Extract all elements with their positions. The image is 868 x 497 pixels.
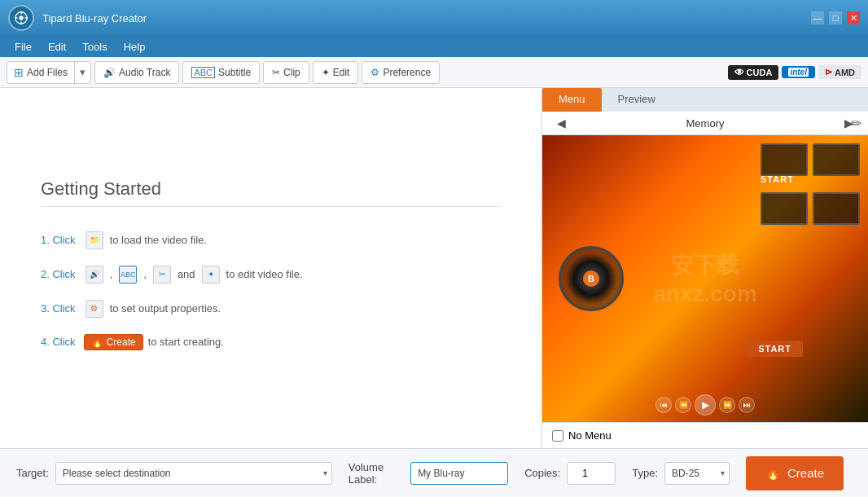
subtitle-label: Subtitle xyxy=(218,67,251,78)
clip-button[interactable]: ✂ Clip xyxy=(263,61,309,84)
settings-icon: ⚙ xyxy=(85,300,103,318)
getting-started-title: Getting Started xyxy=(41,178,501,207)
tab-menu[interactable]: Menu xyxy=(542,88,602,112)
scissors-icon: ✂ xyxy=(153,266,171,284)
watermark: 安下载anxz.com xyxy=(653,250,757,307)
clip-icon: ✂ xyxy=(272,67,280,78)
menu-edit[interactable]: Edit xyxy=(40,39,74,55)
subtitle-button[interactable]: ABC Subtitle xyxy=(182,61,260,84)
amd-icon: ⊳ xyxy=(825,67,832,77)
sparkle-icon: ✦ xyxy=(202,266,220,284)
audio-track-button[interactable]: 🔊 Audio Track xyxy=(94,61,179,84)
create-fire-icon: 🔥 xyxy=(765,466,781,481)
menu-file[interactable]: File xyxy=(7,39,40,55)
minimize-button[interactable]: — xyxy=(811,11,824,24)
step-3-text: to set output properties. xyxy=(110,302,221,314)
close-button[interactable]: ✕ xyxy=(847,11,860,24)
right-panel: Menu Preview ◀ Memory ▶ ✏ START xyxy=(542,88,868,448)
step-4-text: to start creating. xyxy=(148,336,224,348)
step-2: 2. Click 🔊 , ABC , ✂ and ✦ to edit video… xyxy=(41,266,501,284)
step-4-num: 4. Click xyxy=(41,336,76,348)
menu-tools[interactable]: Tools xyxy=(74,39,115,55)
preview-image: START B START ⏮ ⏪ ▶ xyxy=(542,135,868,422)
app-logo xyxy=(8,5,34,31)
type-label: Type: xyxy=(632,467,658,479)
cuda-icon: 👁 xyxy=(734,67,744,78)
create-inline-btn: 🔥 Create xyxy=(84,334,143,350)
step-2-num: 2. Click xyxy=(41,268,76,280)
no-menu-checkbox[interactable] xyxy=(552,430,563,442)
preference-button[interactable]: ⚙ Preference xyxy=(362,61,440,84)
add-files-dropdown[interactable]: ▾ xyxy=(75,62,90,83)
memory-nav: ◀ Memory ▶ ✏ xyxy=(542,112,868,135)
add-files-main[interactable]: ⊞ Add Files xyxy=(7,62,75,83)
amd-badge: ⊳ AMD xyxy=(818,65,861,79)
app-title: Tipard Blu-ray Creator xyxy=(42,12,811,24)
tab-preview[interactable]: Preview xyxy=(602,88,672,112)
audio-track-label: Audio Track xyxy=(119,67,170,78)
rewind-btn[interactable]: ⏪ xyxy=(675,397,691,413)
fire-icon: 🔥 xyxy=(91,336,103,348)
add-files-label: Add Files xyxy=(27,67,68,78)
edit-button[interactable]: ✦ Edit xyxy=(313,61,359,84)
toolbar: ⊞ Add Files ▾ 🔊 Audio Track ABC Subtitle… xyxy=(0,57,868,88)
cuda-badge: 👁 CUDA xyxy=(728,65,779,80)
main-content: Getting Started 1. Click 📁 to load the v… xyxy=(0,88,868,448)
volume-field: Volume Label: xyxy=(349,461,508,486)
step-1: 1. Click 📁 to load the video file. xyxy=(41,231,501,249)
window-controls: — □ ✕ xyxy=(811,11,860,24)
type-select-wrapper: BD-25 BD-50 ▾ xyxy=(664,462,730,485)
maximize-button[interactable]: □ xyxy=(829,11,842,24)
type-select[interactable]: BD-25 BD-50 xyxy=(664,462,730,485)
intel-badge: intel intel xyxy=(782,66,815,78)
tabs: Menu Preview xyxy=(542,88,868,112)
edit-label: Edit xyxy=(333,67,350,78)
intel-icon: intel xyxy=(788,68,809,77)
load-file-icon: 📁 xyxy=(85,231,103,249)
abc-icon: ABC xyxy=(119,266,137,284)
target-field: Target: Please select destination ▾ xyxy=(16,462,332,485)
subtitle-icon: ABC xyxy=(191,67,215,78)
audio-icon: 🔊 xyxy=(85,266,103,284)
volume-input[interactable] xyxy=(410,462,508,485)
step-3-num: 3. Click xyxy=(41,302,76,314)
bottom-bar: Target: Please select destination ▾ Volu… xyxy=(0,448,868,497)
playback-controls: ⏮ ⏪ ▶ ⏩ ⏭ xyxy=(655,394,755,416)
volume-label: Volume Label: xyxy=(349,461,404,486)
step-2-and: and xyxy=(178,268,195,280)
no-menu-area: No Menu xyxy=(542,422,868,448)
skip-forward-btn[interactable]: ⏭ xyxy=(739,397,755,413)
preview-area: START B START ⏮ ⏪ ▶ xyxy=(542,135,868,422)
getting-started-panel: Getting Started 1. Click 📁 to load the v… xyxy=(0,88,542,448)
target-select-wrapper: Please select destination ▾ xyxy=(55,462,332,485)
clip-label: Clip xyxy=(283,67,300,78)
step-2-text: to edit video file. xyxy=(226,268,303,280)
no-menu-label: No Menu xyxy=(568,429,612,442)
skip-back-btn[interactable]: ⏮ xyxy=(655,397,672,413)
audio-track-icon: 🔊 xyxy=(103,67,116,78)
play-btn[interactable]: ▶ xyxy=(695,394,716,416)
fast-forward-btn[interactable]: ⏩ xyxy=(719,397,735,413)
menu-help[interactable]: Help xyxy=(116,39,154,55)
step-4: 4. Click 🔥 Create to start creating. xyxy=(41,334,501,350)
step-1-text: to load the video file. xyxy=(110,234,207,246)
edit-menu-button[interactable]: ✏ xyxy=(851,116,861,131)
step-3: 3. Click ⚙ to set output properties. xyxy=(41,300,501,318)
edit-icon: ✦ xyxy=(322,67,330,78)
copies-field: Copies: xyxy=(524,462,616,485)
type-field: Type: BD-25 BD-50 ▾ xyxy=(632,462,730,485)
step-1-num: 1. Click xyxy=(41,234,76,246)
step-2-comma: , xyxy=(110,268,113,280)
target-select[interactable]: Please select destination xyxy=(55,462,332,485)
create-button[interactable]: 🔥 Create xyxy=(746,456,844,490)
svg-point-1 xyxy=(19,15,23,20)
copies-input[interactable] xyxy=(567,462,616,485)
target-label: Target: xyxy=(16,467,49,479)
add-files-icon: ⊞ xyxy=(14,66,24,79)
create-label: Create xyxy=(787,466,824,480)
cuda-label: CUDA xyxy=(747,68,773,77)
prev-menu-arrow[interactable]: ◀ xyxy=(550,117,572,130)
add-files-button[interactable]: ⊞ Add Files ▾ xyxy=(7,61,91,84)
step-2-comma2: , xyxy=(143,268,147,280)
amd-label: AMD xyxy=(835,68,855,77)
